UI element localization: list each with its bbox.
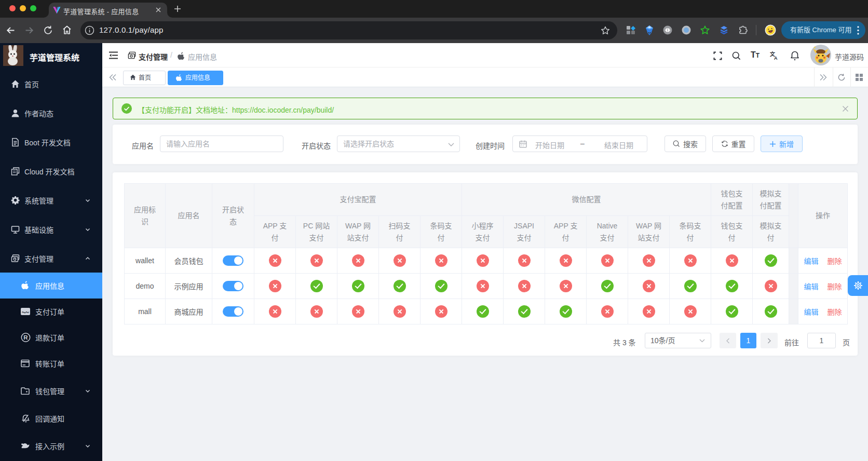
svg-text:R: R — [23, 334, 28, 341]
svg-text:PayPal: PayPal — [22, 311, 30, 314]
svg-text:A: A — [774, 56, 778, 60]
